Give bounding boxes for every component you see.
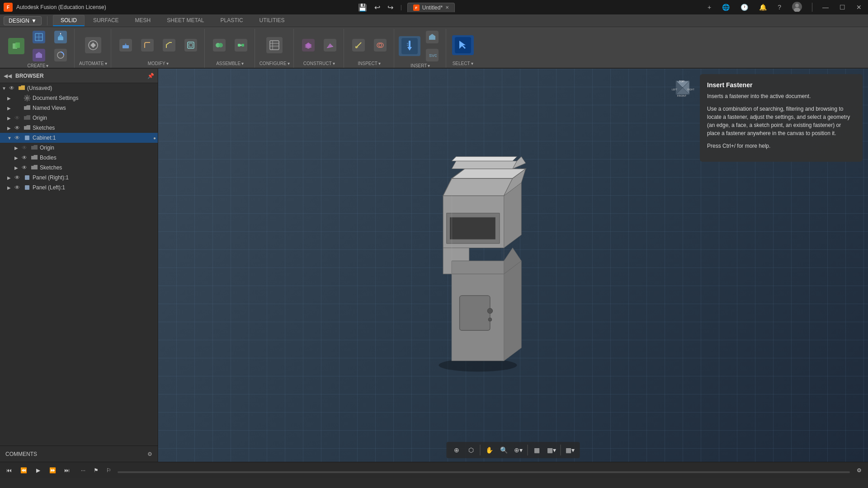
eye-origin2[interactable]: 👁 [22,145,29,151]
select-button[interactable] [452,35,474,55]
tree-item-doc-settings[interactable]: ▶ Document Settings [0,93,158,103]
tree-item-unsaved[interactable]: ▼ 👁 (Unsaved) [0,83,158,93]
comments-settings-button[interactable]: ⚙ [147,451,152,457]
display-mode-button[interactable]: ▦ [531,444,543,456]
expand-unsaved[interactable]: ▼ [2,86,7,91]
eye-panel-right[interactable]: 👁 [14,174,22,181]
expand-cabinet[interactable]: ▼ [7,136,13,141]
zoom-dropdown[interactable]: ⊕▾ [512,444,525,456]
expand-doc-settings[interactable]: ▶ [7,96,13,101]
automate-button[interactable] [82,35,104,55]
tab-plastic[interactable]: PLASTIC [213,15,251,26]
doc-tab[interactable]: F Untitled* ✕ [407,3,455,12]
interference-button[interactable] [370,37,390,53]
tab-sheet-metal[interactable]: SHEET METAL [159,15,212,26]
new-joint-button[interactable] [209,37,229,53]
save-button[interactable]: 💾 [356,2,369,13]
undo-button[interactable]: ↩ [373,2,382,13]
skip-back-button[interactable]: ⏮ [4,465,14,476]
expand-bodies[interactable]: ▶ [14,155,20,160]
select-group-label[interactable]: SELECT ▾ [453,61,473,68]
eye-panel-left[interactable]: 👁 [14,184,22,191]
expand-sketches2[interactable]: ▶ [14,165,20,170]
fillet-button[interactable] [137,37,157,53]
create-sketch-button[interactable] [29,29,49,45]
eye-sketches2[interactable]: 👁 [22,164,29,171]
timeline-dots-button[interactable]: ··· [78,465,89,476]
settings-gear-button[interactable]: ⚙ [854,465,864,476]
tree-item-panel-left[interactable]: ▶ 👁 Panel (Left):1 [0,183,158,192]
browser-pin-button[interactable]: 📌 [147,73,154,79]
design-mode-button[interactable]: DESIGN ▼ [4,16,42,25]
snap-button[interactable]: ⊕ [450,444,463,456]
expand-panel-left[interactable]: ▶ [7,185,13,190]
tree-item-sketches[interactable]: ▶ 👁 Sketches [0,123,158,133]
skip-forward-button[interactable]: ⏭ [61,465,72,476]
visual-style-button[interactable]: ▦▾ [545,444,558,456]
configure-button[interactable] [264,35,285,55]
viewport[interactable]: Insert Fastener Inserts a fastener into … [158,69,868,462]
modify-group-label[interactable]: MODIFY ▾ [148,61,169,68]
environment-button[interactable]: ▦▾ [564,444,576,456]
create-form-button[interactable] [29,47,49,63]
close-button[interactable]: ✕ [854,4,864,11]
tree-item-bodies[interactable]: ▶ 👁 Bodies [0,153,158,163]
offset-plane-button[interactable] [298,37,318,53]
doc-close-icon[interactable]: ✕ [445,5,449,10]
play-button[interactable]: ▶ [33,465,43,476]
insert-fastener-button[interactable] [399,36,420,56]
maximize-button[interactable]: ☐ [837,4,848,11]
help-button[interactable]: ? [775,4,784,11]
expand-panel-right[interactable]: ▶ [7,175,13,180]
tab-surface[interactable]: SURFACE [85,15,127,26]
tab-mesh[interactable]: MESH [127,15,159,26]
configure-group-label[interactable]: CONFIGURE ▾ [259,61,290,68]
revolve-button[interactable] [51,47,71,63]
tree-item-named-views[interactable]: ▶ Named Views [0,103,158,113]
timeline-marker-button[interactable]: ⚑ [90,465,101,476]
expand-origin[interactable]: ▶ [7,116,13,121]
insert-mesh-button[interactable] [422,29,442,45]
inspect-group-label[interactable]: INSPECT ▾ [358,61,380,68]
tree-item-cabinet[interactable]: ▼ 👁 Cabinet:1 ● [0,133,158,143]
step-back-button[interactable]: ⏪ [18,465,29,476]
expand-origin2[interactable]: ▶ [14,145,20,150]
minimize-button[interactable]: — [820,4,831,11]
notifications-button[interactable]: 🔔 [756,4,769,11]
expand-sketches[interactable]: ▶ [7,126,13,131]
timeline-flag-button[interactable]: ⚐ [103,465,114,476]
shell-button[interactable] [181,37,201,53]
chamfer-button[interactable] [159,37,179,53]
new-component-button[interactable] [5,36,27,56]
eye-bodies[interactable]: 👁 [22,155,29,161]
new-button[interactable]: + [705,4,714,11]
press-pull-button[interactable] [116,37,136,53]
extrude-button[interactable] [51,29,71,45]
eye-cabinet[interactable]: 👁 [14,135,22,141]
eye-origin[interactable]: 👁 [14,115,22,121]
tab-solid[interactable]: SOLID [53,15,85,26]
tree-item-origin[interactable]: ▶ 👁 Origin [0,113,158,123]
measure-button[interactable] [349,37,368,53]
tab-utilities[interactable]: UTILITIES [252,15,292,26]
tree-item-origin2[interactable]: ▶ 👁 Origin [0,143,158,153]
tree-item-panel-right[interactable]: ▶ 👁 Panel (Right):1 [0,173,158,183]
viewcube[interactable]: TOP LEFT RIGHT FRONT [669,74,696,101]
expand-named-views[interactable]: ▶ [7,106,13,111]
zoom-button[interactable]: 🔍 [498,444,510,456]
online-button[interactable]: 🌐 [719,4,732,11]
grid-button[interactable]: ⬡ [465,444,477,456]
assemble-group-label[interactable]: ASSEMBLE ▾ [216,61,244,68]
insert-svg-button[interactable]: SVG [422,47,442,63]
automate-group-label[interactable]: AUTOMATE ▾ [79,61,107,68]
construct-group-label[interactable]: CONSTRUCT ▾ [303,61,335,68]
eye-sketches[interactable]: 👁 [14,125,22,131]
redo-button[interactable]: ↪ [386,2,395,13]
browser-collapse-button[interactable]: ◀◀ [4,73,12,79]
plane-at-angle-button[interactable] [320,37,340,53]
as-built-joint-button[interactable] [231,37,251,53]
orbit-button[interactable]: ✋ [483,444,496,456]
tree-item-sketches2[interactable]: ▶ 👁 Sketches [0,163,158,173]
history-button[interactable]: 🕐 [738,4,751,11]
eye-unsaved[interactable]: 👁 [9,85,16,91]
